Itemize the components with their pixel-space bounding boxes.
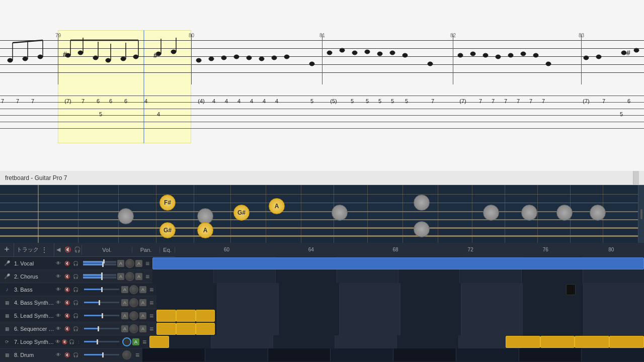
string-4 bbox=[0, 219, 638, 220]
track-6-vol-a[interactable]: A bbox=[121, 325, 128, 332]
track-2-headphone[interactable]: 🎧 bbox=[71, 273, 79, 281]
track-2-clips bbox=[152, 270, 644, 283]
track-6-eq[interactable]: ≡ bbox=[146, 324, 156, 334]
track-3-vol-slider[interactable] bbox=[84, 289, 119, 290]
track-8-vol-slider[interactable] bbox=[84, 354, 119, 355]
track-6-mute[interactable]: 🔇 bbox=[63, 325, 71, 333]
track-3-pan-a[interactable]: A bbox=[139, 286, 146, 293]
track-2-mute[interactable]: 🔇 bbox=[63, 273, 71, 281]
track-7-a-badge[interactable]: A bbox=[132, 338, 139, 345]
fret-note-gray-8 bbox=[556, 205, 573, 221]
track-1-headphone[interactable]: 🎧 bbox=[71, 259, 79, 267]
fret-note-gray-7 bbox=[521, 205, 537, 221]
add-track-button[interactable]: + bbox=[0, 243, 14, 257]
track-2-pan[interactable] bbox=[125, 272, 134, 281]
track-3-clips bbox=[156, 283, 644, 296]
svg-point-1 bbox=[23, 57, 28, 61]
track-3-eye[interactable]: 👁 bbox=[54, 286, 62, 294]
svg-text:(7): (7) bbox=[583, 98, 589, 104]
track-3-vol-a[interactable]: A bbox=[121, 286, 128, 293]
track-5-controls: 👁 🔇 🎧 bbox=[54, 312, 82, 320]
track-4-eye[interactable]: 👁 bbox=[54, 299, 62, 307]
status-scrollbar[interactable] bbox=[633, 171, 639, 185]
track-3-pan[interactable] bbox=[129, 285, 138, 294]
track-8-controls: 👁 🔇 🎧 bbox=[54, 351, 82, 359]
track-5-headphone[interactable]: 🎧 bbox=[71, 312, 79, 320]
track-2-vol-a[interactable]: A bbox=[117, 273, 124, 280]
svg-point-23 bbox=[365, 50, 370, 54]
string-6 bbox=[0, 235, 638, 237]
pan-header: Pan. bbox=[132, 247, 160, 253]
track-8-pan[interactable] bbox=[122, 350, 131, 359]
track-8-mute[interactable]: 🔇 bbox=[63, 351, 71, 359]
fret-note-gray-1 bbox=[118, 208, 134, 224]
track-6-eye[interactable]: 👁 bbox=[54, 325, 62, 333]
track-5-mute[interactable]: 🔇 bbox=[63, 312, 71, 320]
track-3-clip-1 bbox=[566, 284, 576, 295]
track-4-eq[interactable]: ≡ bbox=[146, 298, 156, 308]
track-7-pan[interactable] bbox=[122, 337, 131, 346]
svg-point-6 bbox=[106, 58, 111, 62]
track-7-headphone[interactable]: 🎧 bbox=[68, 338, 75, 346]
track-7-mute[interactable]: 🔇 bbox=[61, 338, 68, 346]
svg-point-30 bbox=[483, 53, 488, 57]
svg-text:6: 6 bbox=[109, 98, 112, 104]
track-7-vol-slider[interactable] bbox=[84, 341, 119, 342]
track-4-vol-a[interactable]: A bbox=[121, 299, 128, 306]
track-7-eye[interactable]: 👁 bbox=[54, 338, 61, 346]
track-6-pan-a[interactable]: A bbox=[139, 325, 146, 332]
track-1-pan[interactable] bbox=[125, 259, 134, 268]
fret-6 bbox=[266, 185, 266, 243]
string-5 bbox=[0, 227, 638, 229]
track-5-vol-a[interactable]: A bbox=[121, 312, 128, 319]
track-6-vol-slider[interactable] bbox=[84, 328, 119, 329]
track-5-eq[interactable]: ≡ bbox=[146, 311, 156, 321]
svg-point-2 bbox=[38, 55, 43, 59]
track-5-pan-a[interactable]: A bbox=[139, 312, 146, 319]
track-3-eq[interactable]: ≡ bbox=[146, 285, 156, 295]
track-6-name: 6. Sequencer Synthesizer bbox=[14, 326, 54, 332]
track-5-eye[interactable]: 👁 bbox=[54, 312, 62, 320]
daw-tracks: 🎤 1. Vocal 👁 🔇 🎧 A A ≡ bbox=[0, 257, 644, 362]
track-2-eye[interactable]: 👁 bbox=[54, 273, 62, 281]
track-6-pan[interactable] bbox=[129, 324, 138, 333]
track-5-vol-slider[interactable] bbox=[84, 315, 119, 316]
track-7-eq[interactable]: ≡ bbox=[139, 337, 149, 347]
svg-text:5: 5 bbox=[366, 98, 369, 104]
track-4-mute[interactable]: 🔇 bbox=[63, 299, 71, 307]
track-2-eq[interactable]: ≡ bbox=[142, 272, 152, 282]
track-column-kebab[interactable]: ⋮ bbox=[41, 246, 48, 254]
track-4-headphone[interactable]: 🎧 bbox=[71, 299, 79, 307]
timeline-72: 72 bbox=[468, 247, 473, 252]
svg-point-38 bbox=[621, 51, 626, 55]
svg-text:4: 4 bbox=[225, 98, 228, 104]
track-1-pan-a[interactable]: A bbox=[135, 260, 142, 267]
track-8-headphone[interactable]: 🎧 bbox=[71, 351, 79, 359]
track-1-vol-slider[interactable] bbox=[82, 261, 117, 265]
track-8-eq[interactable]: ≡ bbox=[132, 350, 142, 360]
track-3-mute[interactable]: 🔇 bbox=[63, 286, 71, 294]
fretboard-scroll[interactable] bbox=[638, 185, 644, 243]
vol-label: Vol. bbox=[95, 247, 120, 253]
track-4-pan[interactable] bbox=[129, 298, 138, 307]
track-1-eq[interactable]: ≡ bbox=[142, 258, 152, 268]
track-1-mute[interactable]: 🔇 bbox=[63, 259, 71, 267]
track-4-vol-slider[interactable] bbox=[84, 302, 119, 303]
track-2-vol-slider[interactable] bbox=[82, 274, 117, 279]
track-3-headphone[interactable]: 🎧 bbox=[71, 286, 79, 294]
track-1-vol-a[interactable]: A bbox=[117, 260, 124, 267]
track-6-headphone[interactable]: 🎧 bbox=[71, 325, 79, 333]
track-8-eye[interactable]: 👁 bbox=[54, 351, 62, 359]
status-text: fretboard - Guitar Pro 7 bbox=[5, 174, 67, 182]
track-2-pan-a[interactable]: A bbox=[135, 273, 142, 280]
timeline-header: 60 64 68 72 76 80 84 bbox=[175, 243, 644, 257]
daw-header: + トラック ⋮ ◀ 🔇 🎧 Vol. Pan. Eq. 60 64 68 72 bbox=[0, 243, 644, 257]
track-4-pan-a[interactable]: A bbox=[139, 299, 146, 306]
track-5-pan[interactable] bbox=[129, 311, 138, 320]
track-5-icon: ▦ bbox=[0, 309, 14, 322]
svg-text:6: 6 bbox=[97, 98, 100, 104]
svg-text:(7): (7) bbox=[64, 98, 71, 104]
fret-note-gray-5 bbox=[414, 221, 430, 237]
fret-note-a-2: A bbox=[197, 222, 213, 238]
track-1-eye[interactable]: 👁 bbox=[54, 259, 62, 267]
